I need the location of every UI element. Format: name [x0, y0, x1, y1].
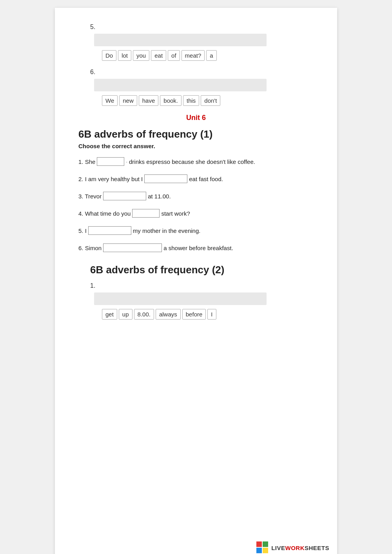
q5-blank[interactable] [88, 226, 131, 235]
section2-heading: 6B adverbs of frequency (2) [90, 264, 314, 276]
q6-number: 6. [90, 69, 314, 76]
unit-header: Unit 6 [78, 114, 314, 122]
q5-prefix: 5. I [78, 227, 87, 234]
q3-prefix: 3. Trevor [78, 193, 102, 200]
tile-of[interactable]: of [168, 50, 180, 61]
svg-rect-3 [263, 548, 268, 553]
q5-container: 5. Do lot you eat of meat? a [86, 24, 314, 61]
s2-tile-up[interactable]: up [119, 309, 132, 320]
exercise-q6: 6. Simon a shower before breakfast. [78, 243, 314, 252]
tile-dont[interactable]: don't [201, 95, 220, 106]
q4-blank[interactable] [132, 209, 160, 218]
logo-sheets: SHEETS [305, 545, 329, 551]
logo-text: LIVEWORKSHEETS [271, 545, 329, 551]
logo-work: WORK [285, 545, 305, 551]
tile-lot[interactable]: lot [118, 50, 131, 61]
section1-heading: 6B adverbs of frequency (1) [78, 128, 314, 140]
tile-do[interactable]: Do [102, 50, 116, 61]
exercise-q2: 2. I am very healthy but I eat fast food… [78, 174, 314, 183]
q2-suffix: eat fast food. [189, 176, 223, 182]
q6-blank[interactable] [103, 243, 162, 252]
top-section: 5. Do lot you eat of meat? a 6. We new h… [78, 24, 314, 106]
tile-have[interactable]: have [139, 95, 159, 106]
tile-this[interactable]: this [183, 95, 199, 106]
q2-blank[interactable] [144, 174, 187, 183]
q6-suffix: a shower before breakfast. [163, 245, 233, 251]
q3-blank[interactable] [103, 192, 146, 200]
exercise-q4: 4. What time do you start work? [78, 209, 314, 218]
section1-instruction: Choose the correct answer. [78, 143, 314, 149]
logo-icon [256, 541, 269, 554]
liveworksheets-logo: LIVEWORKSHEETS [256, 541, 329, 554]
q4-suffix: start work? [161, 210, 190, 217]
q1-dot: · [126, 159, 127, 165]
q1-suffix: drinks espresso because she doesn't like… [129, 158, 255, 165]
q6-prefix: 6. Simon [78, 245, 102, 251]
q5-tiles: Do lot you eat of meat? a [102, 50, 314, 61]
q4-prefix: 4. What time do you [78, 210, 131, 217]
q5-suffix: my mother in the evening. [133, 227, 201, 234]
tile-book[interactable]: book. [160, 95, 181, 106]
tile-you[interactable]: you [133, 50, 149, 61]
section2: 6B adverbs of frequency (2) 1. get up 8.… [78, 264, 314, 320]
s2-q1-container: 1. get up 8.00. always before I [86, 282, 314, 320]
svg-rect-1 [263, 541, 268, 547]
exercise-q1: 1. She · drinks espresso because she doe… [78, 157, 314, 166]
q1-prefix: 1. She [78, 158, 95, 165]
s2-q1-number: 1. [90, 282, 314, 289]
q5-answer-line[interactable] [94, 34, 267, 46]
s2-q1-tiles: get up 8.00. always before I [102, 309, 314, 320]
exercise-q3: 3. Trevor at 11.00. [78, 192, 314, 200]
exercise-q5: 5. I my mother in the evening. [78, 226, 314, 235]
section1: 6B adverbs of frequency (1) Choose the c… [78, 128, 314, 252]
tile-meat[interactable]: meat? [181, 50, 205, 61]
q2-prefix: 2. I am very healthy but I [78, 176, 143, 182]
tile-a[interactable]: a [206, 50, 216, 61]
s2-tile-800[interactable]: 8.00. [134, 309, 154, 320]
q1-blank[interactable] [97, 157, 124, 166]
q6-tiles: We new have book. this don't [102, 95, 314, 106]
logo-live: LIVE [271, 545, 285, 551]
svg-rect-0 [256, 541, 262, 547]
q5-number: 5. [90, 24, 314, 31]
q3-suffix: at 11.00. [148, 193, 171, 200]
s2-tile-always[interactable]: always [156, 309, 181, 320]
tile-we[interactable]: We [102, 95, 118, 106]
tile-new[interactable]: new [119, 95, 137, 106]
s2-tile-i[interactable]: I [207, 309, 216, 320]
s2-tile-before[interactable]: before [182, 309, 206, 320]
page: 5. Do lot you eat of meat? a 6. We new h… [55, 8, 337, 554]
q6-container: 6. We new have book. this don't [86, 69, 314, 106]
tile-eat[interactable]: eat [151, 50, 166, 61]
s2-tile-get[interactable]: get [102, 309, 117, 320]
svg-rect-2 [256, 548, 262, 553]
s2-q1-answer-line[interactable] [94, 292, 267, 305]
q6-answer-line[interactable] [94, 79, 267, 91]
